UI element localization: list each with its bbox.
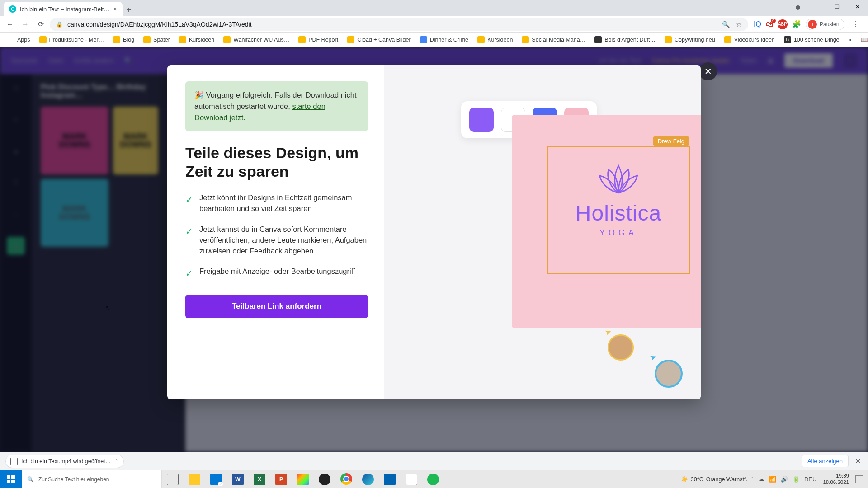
tray-chevron-icon[interactable]: ˄ — [751, 476, 754, 483]
close-downloads-bar-button[interactable]: ✕ — [853, 455, 863, 467]
chrome-icon[interactable] — [335, 470, 357, 488]
browser-titlebar: C Ich bin ein Text – Instagram-Beit… × +… — [0, 0, 868, 16]
folder-icon — [665, 36, 672, 43]
back-button[interactable]: ← — [4, 18, 16, 31]
check-icon: ✓ — [185, 267, 193, 280]
extension-icon[interactable]: 🛍9 — [766, 20, 773, 28]
word-icon[interactable]: W — [227, 470, 249, 488]
window-controls: ─ ❐ ✕ — [806, 0, 868, 14]
profile-chip[interactable]: T Pausiert — [806, 19, 844, 30]
modal-backdrop[interactable]: ✕ 🎉 Vorgang erfolgreich. Falls der Downl… — [0, 47, 868, 452]
success-banner: 🎉 Vorgang erfolgreich. Falls der Downloa… — [185, 81, 368, 131]
edge-icon[interactable] — [357, 470, 379, 488]
downloads-bar: Ich bin ein Text.mp4 wird geöffnet… ⌃ Al… — [0, 452, 868, 470]
tab-close-icon[interactable]: × — [113, 5, 117, 13]
collaborator-avatar — [608, 334, 634, 361]
reading-list-button[interactable]: 📖Leseliste — [857, 34, 868, 45]
canva-favicon: C — [9, 5, 16, 13]
bookmark-item[interactable]: Wahlfächer WU Aus… — [220, 34, 293, 45]
bookmark-item[interactable]: Videokurs Ideen — [721, 34, 778, 45]
bookmark-item[interactable]: B100 schöne Dinge — [780, 34, 843, 45]
maximize-button[interactable]: ❐ — [826, 0, 847, 14]
collaborator-badge: Drew Feig — [653, 136, 689, 146]
collaborator-cursor-icon: ➤ — [648, 352, 658, 363]
browser-menu-icon[interactable]: ⋮ — [849, 18, 862, 31]
bookmark-item[interactable]: Cload + Canva Bilder — [344, 34, 414, 45]
notepad-icon[interactable] — [401, 470, 422, 488]
bookmark-item[interactable]: Social Media Mana… — [518, 34, 589, 45]
page-icon — [594, 36, 602, 43]
modal-close-button[interactable]: ✕ — [699, 62, 717, 80]
task-view-button[interactable] — [162, 470, 184, 488]
collaborator-avatar — [655, 360, 683, 388]
excel-icon[interactable]: X — [249, 470, 270, 488]
taskbar-clock[interactable]: 19:39 18.06.2021 — [820, 473, 852, 486]
zoom-icon[interactable]: 🔍 — [722, 21, 730, 28]
windows-icon — [7, 475, 15, 483]
wifi-icon[interactable]: 📶 — [769, 476, 776, 483]
taskbar-search[interactable]: 🔍 Zur Suche Text hier eingeben — [22, 470, 162, 488]
reload-button[interactable]: ⟳ — [34, 18, 47, 31]
folder-icon — [724, 36, 731, 43]
search-placeholder: Zur Suche Text hier eingeben — [38, 476, 109, 483]
battery-icon[interactable]: 🔋 — [793, 476, 800, 483]
status-dot-icon — [796, 5, 800, 10]
onedrive-icon[interactable]: ☁ — [759, 476, 764, 483]
show-all-downloads-button[interactable]: Alle anzeigen — [802, 455, 849, 467]
browser-toolbar: ← → ⟳ 🔒 canva.com/design/DAEhbzjcggM/Klh… — [0, 16, 868, 33]
obs-icon[interactable] — [314, 470, 335, 488]
bookmark-item[interactable]: Bois d'Argent Duft… — [591, 34, 659, 45]
bookmark-item[interactable]: Blog — [109, 34, 138, 45]
bookmark-item[interactable]: Dinner & Crime — [416, 34, 472, 45]
taskbar-apps: 2 W X P — [162, 470, 444, 488]
extension-icon[interactable]: IQ — [754, 20, 761, 28]
bookmark-item[interactable]: Kursideen — [175, 34, 218, 45]
close-window-button[interactable]: ✕ — [847, 0, 868, 14]
apps-button[interactable]: Apps — [4, 34, 34, 45]
modal-content: 🎉 Vorgang erfolgreich. Falls der Downloa… — [167, 65, 384, 399]
tab-title: Ich bin ein Text – Instagram-Beit… — [20, 6, 109, 13]
extensions-menu-icon[interactable]: 🧩 — [792, 20, 801, 28]
bookmark-item[interactable]: Kursideen — [474, 34, 516, 45]
color-swatch[interactable] — [469, 108, 494, 132]
adblock-icon[interactable]: ABP — [778, 19, 788, 29]
bookmark-star-icon[interactable]: ☆ — [736, 21, 742, 28]
app-viewport: Startseite Datei Größe ändern 🔍 Ich bin … — [0, 47, 868, 452]
download-item[interactable]: Ich bin ein Text.mp4 wird geöffnet… ⌃ — [5, 455, 124, 468]
bookmark-item[interactable]: Später — [140, 34, 174, 45]
new-tab-button[interactable]: + — [123, 4, 135, 16]
volume-icon[interactable]: 🔊 — [781, 476, 788, 483]
bookmark-item[interactable]: Produktsuche - Mer… — [36, 34, 108, 45]
app-icon[interactable] — [292, 470, 314, 488]
language-indicator[interactable]: DEU — [804, 476, 816, 483]
chevron-up-icon[interactable]: ⌃ — [114, 458, 119, 465]
design-frame: Holistica YOGA — [547, 146, 690, 274]
folder-icon — [477, 36, 485, 43]
forward-button[interactable]: → — [19, 18, 32, 31]
mail-icon[interactable]: 2 — [205, 470, 227, 488]
action-center-icon[interactable] — [855, 475, 863, 483]
app-icon[interactable] — [379, 470, 401, 488]
weather-widget[interactable]: ☀️ 30°C Orange Warnstf. — [681, 476, 747, 483]
folder-icon — [179, 36, 186, 43]
minimize-button[interactable]: ─ — [806, 0, 826, 14]
bookmarks-overflow[interactable]: » — [845, 35, 855, 45]
list-icon: 📖 — [861, 36, 868, 43]
powerpoint-icon[interactable]: P — [270, 470, 292, 488]
page-icon: B — [784, 36, 791, 43]
bookmark-item[interactable]: PDF Report — [295, 34, 342, 45]
share-modal: ✕ 🎉 Vorgang erfolgreich. Falls der Downl… — [167, 65, 701, 399]
folder-icon — [39, 36, 47, 43]
start-button[interactable] — [0, 470, 22, 488]
address-bar[interactable]: 🔒 canva.com/design/DAEhbzjcggM/Klh15LaV3… — [50, 18, 748, 31]
benefit-item: ✓Freigabe mit Anzeige- oder Bearbeitungs… — [185, 266, 368, 280]
folder-icon — [113, 36, 120, 43]
file-explorer-icon[interactable] — [184, 470, 205, 488]
request-link-button[interactable]: Teilbaren Link anfordern — [185, 295, 368, 318]
lock-icon: 🔒 — [56, 21, 63, 28]
benefit-item: ✓Jetzt kannst du in Canva sofort Komment… — [185, 224, 368, 257]
spotify-icon[interactable] — [422, 470, 444, 488]
browser-tab[interactable]: C Ich bin ein Text – Instagram-Beit… × — [4, 2, 123, 16]
brand-subtitle: YOGA — [548, 228, 689, 238]
bookmark-item[interactable]: Copywriting neu — [661, 34, 719, 45]
